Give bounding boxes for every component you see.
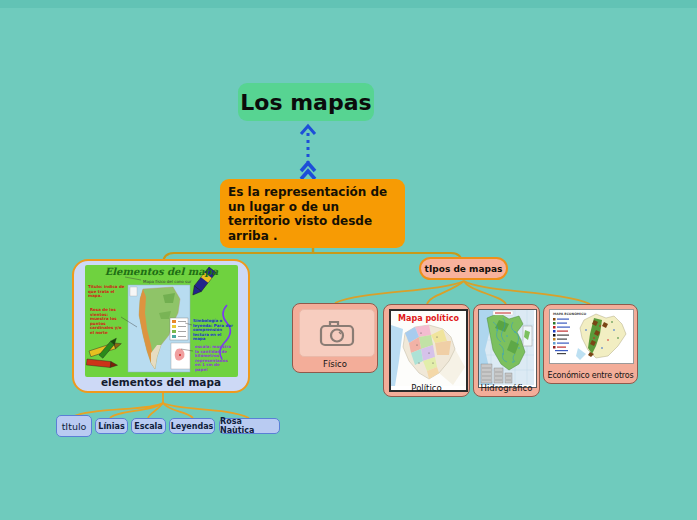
child-node-titulo[interactable]: tItulo: [56, 415, 92, 437]
type-node-politico[interactable]: Mapa político Político: [383, 304, 470, 397]
label-rosa: Rosa de los vientos: muestra los puntos …: [90, 308, 126, 336]
politico-map-image: Mapa político: [389, 309, 468, 392]
type-caption-economico: Económico entre otros: [544, 371, 637, 380]
elements-fan: [74, 392, 249, 418]
elements-image-subtitle: Mapa físico del cono sur: [143, 279, 191, 284]
camera-icon: [317, 317, 357, 349]
types-node[interactable]: tIpos de mapas: [419, 257, 508, 280]
elements-node[interactable]: Elementos del mapa Mapa físico del cono …: [72, 259, 250, 393]
type-node-hidrografico[interactable]: Hidrográfico: [473, 304, 540, 397]
economico-map-image: MAPA ECONÓMICO: [549, 309, 634, 364]
image-placeholder: [299, 309, 375, 357]
child-node-escala[interactable]: Escala: [131, 418, 166, 434]
politico-image-title: Mapa político: [398, 314, 459, 323]
root-label: Los mapas: [240, 90, 371, 115]
child-node-linias[interactable]: Línias: [95, 418, 128, 434]
mindmap-canvas: Los mapas Es la representación de un lug…: [0, 0, 697, 520]
types-node-label: tIpos de mapas: [425, 264, 503, 274]
dotted-arrow: [301, 126, 315, 179]
hidrografico-map-image: [478, 309, 537, 388]
inset-map: [171, 343, 190, 369]
type-node-fisico[interactable]: Físico: [292, 303, 378, 373]
types-fan: [335, 281, 590, 304]
type-caption-fisico: Físico: [293, 359, 377, 369]
child-node-leyendas[interactable]: Leyendas: [169, 418, 215, 434]
child-node-rosa-nautica[interactable]: Rosa Naùtica: [219, 418, 280, 434]
type-caption-hidrografico: Hidrográfico: [474, 383, 539, 393]
type-caption-politico: Político: [384, 383, 469, 393]
type-node-economico[interactable]: MAPA ECONÓMICO: [543, 304, 638, 384]
elements-map-image: Elementos del mapa Mapa físico del cono …: [85, 265, 238, 377]
legend-box: [170, 318, 188, 340]
economico-image-title: MAPA ECONÓMICO: [553, 312, 587, 316]
root-node[interactable]: Los mapas: [238, 83, 374, 121]
elements-image-title: Elementos del mapa: [85, 266, 238, 277]
label-simbologia: Simbología o leyenda: Para dar comprensi…: [193, 319, 233, 342]
definition-node[interactable]: Es la representación de un lugar o de un…: [220, 179, 405, 248]
label-titulo: Título: indica de que trata el mapa.: [88, 285, 128, 299]
crayons-bottom: [86, 337, 122, 369]
elements-node-caption: elementos del mapa: [74, 376, 248, 388]
label-escala: escala: muestra la cantidad de kilómetro…: [195, 345, 233, 373]
